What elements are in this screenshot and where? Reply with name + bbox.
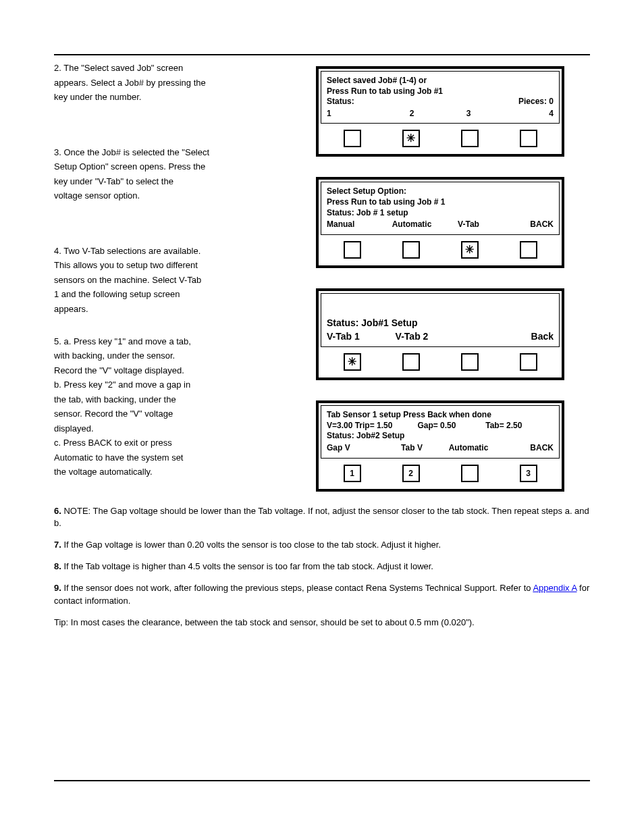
step-text: the tab, with backing, under the [54, 394, 304, 406]
lcd-line: Status: Job # 1 setup [327, 208, 554, 219]
lcd-screen: Select Setup Option: Press Run to tab us… [321, 182, 560, 234]
lcd-value-tab: Tab= 2.50 [485, 421, 554, 432]
lcd-option: Tab V [383, 443, 440, 454]
step-text: the voltage automatically. [54, 466, 304, 478]
lcd-line: Select saved Job# (1-4) or [327, 76, 554, 86]
step-num: 6. [54, 506, 61, 516]
step-num: 7. [54, 540, 61, 550]
lcd-option: BACK [497, 443, 554, 454]
step-text: Automatic to have the system set [54, 452, 304, 464]
lcd-pieces: Pieces: 0 [518, 97, 554, 107]
step-num: 3. [54, 147, 61, 157]
lcd-panel-tab-sensor: Tab Sensor 1 setup Press Back when done … [316, 400, 564, 491]
softkey-1[interactable] [344, 130, 361, 147]
softkey-blank[interactable] [461, 353, 479, 371]
step-num: 5. [54, 336, 61, 346]
step-text: This allows you to setup two different [54, 259, 304, 271]
rule-bottom [54, 780, 590, 781]
instruction-text-column: 2. The "Select saved Job" screen appears… [54, 62, 304, 481]
lcd-line: Press Run to tab using Job #1 [327, 86, 554, 97]
softkey-gapv[interactable]: 1 [344, 465, 361, 482]
appendix-link[interactable]: Appendix A [533, 583, 576, 593]
step-text: appears. [54, 303, 304, 315]
step-num: 4. [54, 246, 61, 256]
softkey-back[interactable]: 3 [520, 465, 537, 482]
step-text: key under the number. [54, 91, 304, 103]
lcd-option: Back [497, 330, 554, 342]
lcd-col-label: 1 [327, 109, 383, 120]
softkey-back[interactable] [520, 241, 537, 259]
lcd-col-label: 3 [440, 109, 497, 120]
lcd-status-label: Status: [327, 97, 354, 107]
lcd-option: BACK [497, 219, 554, 230]
step-text: Setup Option" screen opens. Press the [54, 161, 304, 173]
softkey-tabv[interactable]: 2 [402, 465, 420, 482]
notes-block: 6. NOTE: The Gap voltage should be lower… [54, 505, 590, 629]
step-num: 9. [54, 583, 61, 593]
softkey-automatic[interactable] [461, 465, 479, 482]
lcd-panels-column: Select saved Job# (1-4) or Press Run to … [316, 62, 590, 492]
step-text: with backing, under the sensor. [54, 350, 304, 362]
lcd-option: Automatic [440, 443, 497, 454]
softkey-label: 1 [350, 469, 354, 478]
step-text: a. Press key "1" and move a tab, [63, 336, 190, 346]
step-text: sensors on the machine. Select V-Tab [54, 274, 304, 286]
step-text: key under "V-Tab" to select the [54, 176, 304, 188]
lcd-line: Status: Job#2 Setup [327, 431, 554, 442]
step-text: voltage sensor option. [54, 190, 304, 202]
lcd-value-gap: Gap= 0.50 [417, 421, 485, 432]
lcd-option: Gap V [327, 443, 383, 454]
softkey-4[interactable] [520, 130, 537, 147]
step-text: c. Press BACK to exit or press [54, 437, 304, 449]
step-text: displayed. [54, 423, 304, 435]
lcd-line: Press Run to tab using Job # 1 [327, 197, 554, 208]
lcd-line: Status: Job#1 Setup [327, 317, 554, 329]
lcd-screen: Select saved Job# (1-4) or Press Run to … [321, 71, 560, 124]
tip-title: Tip: [54, 617, 68, 627]
step-text: b. Press key "2" and move a gap in [54, 379, 304, 391]
lcd-option: V-Tab 2 [383, 330, 440, 342]
lcd-col-label: 2 [383, 109, 440, 120]
softkey-label: 3 [526, 469, 531, 478]
lcd-screen: Tab Sensor 1 setup Press Back when done … [321, 405, 560, 458]
step-num: 8. [54, 561, 61, 571]
softkey-vtab2[interactable] [402, 353, 420, 371]
softkey-2-selected[interactable] [402, 130, 420, 147]
note-title: NOTE: The Gap voltage should be lower th… [63, 506, 305, 516]
step-num: 2. [54, 63, 61, 73]
note-body: If the Tab voltage is higher than 4.5 vo… [63, 561, 433, 571]
lcd-value-v-trip: V=3.00 Trip= 1.50 [327, 421, 417, 432]
lcd-col-label: 4 [497, 109, 554, 120]
step-text: Record the "V" voltage displayed. [54, 365, 304, 377]
step-text: Once the Job# is selected the "Select [63, 147, 209, 157]
step-text: 1 and the following setup screen [54, 288, 304, 301]
rule-top [54, 54, 590, 55]
lcd-option: Manual [327, 219, 383, 230]
lcd-option [440, 330, 497, 342]
lcd-option: V-Tab [440, 219, 497, 230]
lcd-line: Tab Sensor 1 setup Press Back when done [327, 410, 554, 421]
lcd-line: Select Setup Option: [327, 186, 554, 197]
lcd-screen: Status: Job#1 Setup V-Tab 1 V-Tab 2 Back [321, 293, 560, 347]
lcd-option: Automatic [383, 219, 440, 230]
step-text: appears. Select a Job# by pressing the [54, 77, 304, 89]
lcd-panel-vtab-select: Status: Job#1 Setup V-Tab 1 V-Tab 2 Back [316, 288, 564, 380]
softkey-3[interactable] [461, 130, 479, 147]
softkey-vtab-selected[interactable] [461, 241, 479, 259]
softkey-back[interactable] [520, 353, 537, 371]
lcd-panel-select-job: Select saved Job# (1-4) or Press Run to … [316, 66, 564, 157]
softkey-label: 2 [408, 469, 413, 478]
softkey-automatic[interactable] [402, 241, 420, 259]
note-body: If the sensor does not work, after follo… [63, 583, 533, 593]
note-body: If the Gap voltage is lower than 0.20 vo… [63, 540, 441, 550]
tip-body: In most cases the clearance, between the… [71, 617, 475, 627]
step-text: Two V-Tab selections are available. [63, 246, 200, 256]
step-text: The "Select saved Job" screen [63, 63, 183, 73]
lcd-option: V-Tab 1 [327, 330, 383, 342]
softkey-manual[interactable] [344, 241, 361, 259]
step-text: sensor. Record the "V" voltage [54, 408, 304, 420]
softkey-vtab1-selected[interactable] [344, 353, 361, 371]
lcd-panel-setup-option: Select Setup Option: Press Run to tab us… [316, 177, 564, 267]
